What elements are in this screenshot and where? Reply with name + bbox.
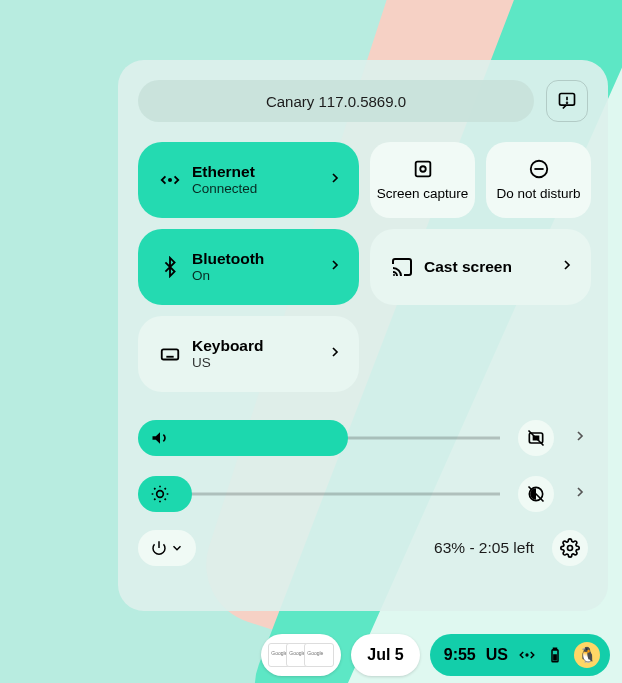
night-light-button[interactable] (518, 476, 554, 512)
ethernet-subtitle: Connected (192, 181, 321, 197)
build-info[interactable]: Canary 117.0.5869.0 (138, 80, 534, 122)
gear-icon (560, 538, 580, 558)
svg-rect-23 (554, 648, 557, 650)
svg-point-2 (567, 102, 568, 103)
keyboard-subtitle: US (192, 355, 321, 371)
brightness-icon (150, 484, 170, 504)
shelf: Jul 5 9:55 US 🐧 (0, 627, 622, 683)
settings-button[interactable] (552, 530, 588, 566)
status-area[interactable]: 9:55 US 🐧 (430, 634, 610, 676)
ethernet-title: Ethernet (192, 163, 321, 182)
keyboard-icon (154, 343, 186, 365)
cast-icon (386, 255, 418, 279)
tile-dnd[interactable]: Do not disturb (486, 142, 591, 218)
tile-keyboard[interactable]: Keyboard US (138, 316, 359, 392)
svg-point-3 (169, 179, 171, 181)
tile-ethernet[interactable]: Ethernet Connected (138, 142, 359, 218)
screen-capture-icon (412, 158, 434, 180)
dnd-label: Do not disturb (496, 186, 580, 203)
screen-capture-label: Screen capture (377, 186, 469, 203)
chevron-right-icon[interactable] (327, 344, 343, 364)
feedback-button[interactable] (546, 80, 588, 122)
volume-slider[interactable] (138, 420, 500, 456)
bluetooth-title: Bluetooth (192, 250, 321, 269)
cast-title: Cast screen (424, 258, 553, 277)
volume-row (138, 418, 588, 458)
chevron-down-icon (170, 541, 184, 555)
avatar: 🐧 (574, 642, 600, 668)
quick-settings-panel: Canary 117.0.5869.0 Ethernet Connected (118, 60, 608, 611)
svg-point-5 (420, 166, 426, 172)
svg-rect-24 (553, 654, 557, 660)
chevron-right-icon[interactable] (327, 257, 343, 277)
svg-point-20 (568, 546, 573, 551)
bluetooth-icon (154, 256, 186, 278)
build-label: Canary 117.0.5869.0 (266, 93, 406, 110)
feedback-icon (557, 91, 577, 111)
tile-cast[interactable]: Cast screen (370, 229, 591, 305)
battery-icon (546, 646, 564, 664)
svg-point-17 (157, 491, 164, 498)
night-light-off-icon (526, 484, 546, 504)
battery-status-text: 63% - 2:05 left (434, 539, 534, 557)
bluetooth-subtitle: On (192, 268, 321, 284)
chevron-right-icon[interactable] (572, 428, 588, 448)
svg-point-8 (393, 274, 395, 276)
ethernet-icon (518, 646, 536, 664)
audio-output-button[interactable] (518, 420, 554, 456)
svg-rect-4 (415, 161, 430, 176)
shelf-date: Jul 5 (367, 646, 403, 664)
brightness-row (138, 474, 588, 514)
power-menu-button[interactable] (138, 530, 196, 566)
headset-off-icon (526, 428, 546, 448)
shelf-time: 9:55 (444, 646, 476, 664)
tile-bluetooth[interactable]: Bluetooth On (138, 229, 359, 305)
power-icon (150, 539, 168, 557)
ethernet-icon (154, 169, 186, 191)
chevron-right-icon[interactable] (327, 170, 343, 190)
overview-button[interactable] (261, 634, 341, 676)
svg-rect-9 (162, 349, 179, 359)
svg-point-21 (526, 654, 528, 656)
chevron-right-icon[interactable] (559, 257, 575, 277)
shelf-ime: US (486, 646, 508, 664)
dnd-icon (528, 158, 550, 180)
chevron-right-icon[interactable] (572, 484, 588, 504)
brightness-slider[interactable] (138, 476, 500, 512)
keyboard-title: Keyboard (192, 337, 321, 356)
volume-icon (150, 428, 170, 448)
tile-screen-capture[interactable]: Screen capture (370, 142, 475, 218)
calendar-button[interactable]: Jul 5 (351, 634, 419, 676)
